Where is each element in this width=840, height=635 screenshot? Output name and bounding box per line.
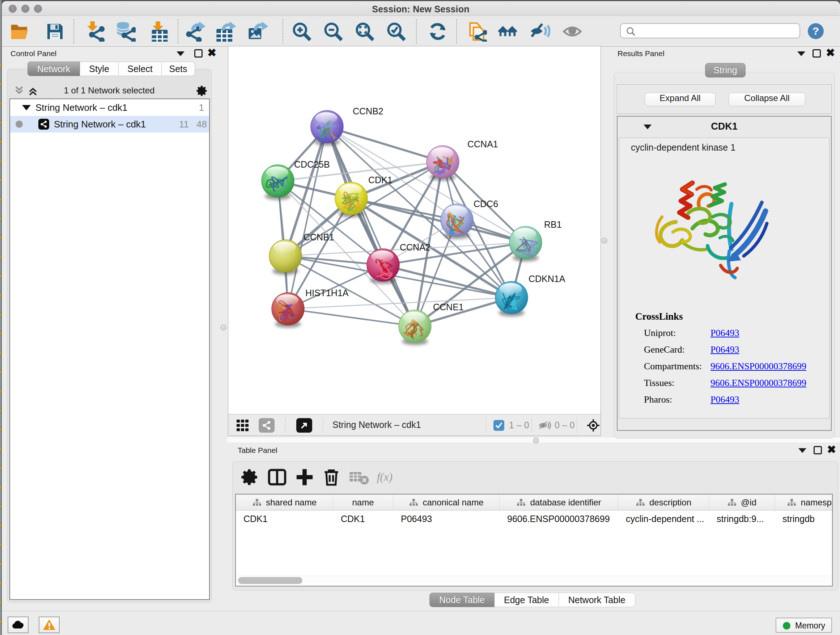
table-cell[interactable]: 9606.ENSP00000378699 <box>507 514 615 524</box>
node-CDK1[interactable] <box>335 182 368 217</box>
network-collection-row[interactable]: String Network – cdk1 1 <box>10 99 209 116</box>
table-horizontal-scrollbar[interactable] <box>237 576 831 585</box>
node-CDKN1A[interactable] <box>495 281 528 317</box>
node-RB1[interactable] <box>509 226 542 261</box>
crosslink-value-link[interactable]: 9606.ENSP00000378699 <box>711 361 806 372</box>
float-panel-icon[interactable] <box>797 51 805 56</box>
expand-all-button[interactable]: Expand All <box>645 93 715 106</box>
edge-CCNB2-CCNA1[interactable] <box>327 127 443 162</box>
help-button[interactable]: ? <box>808 23 824 39</box>
tab-network-table[interactable]: Network Table <box>559 593 635 607</box>
column-header-name[interactable]: name <box>333 494 393 510</box>
warnings-button[interactable] <box>39 616 60 633</box>
import-database-button[interactable] <box>115 21 136 42</box>
table-cell[interactable]: P06493 <box>401 514 496 524</box>
import-table-button[interactable] <box>147 21 169 42</box>
table-cell[interactable]: stringdb:9... <box>717 514 772 524</box>
tab-select[interactable]: Select <box>118 62 162 76</box>
crosslink-value-link[interactable]: 9606.ENSP00000378699 <box>711 378 806 388</box>
table-plus-button[interactable] <box>294 467 315 487</box>
node-CCNB1[interactable] <box>269 240 302 275</box>
open-session-button[interactable] <box>9 21 30 42</box>
crosslink-value-link[interactable]: P06493 <box>711 394 739 405</box>
zoom-out-button[interactable] <box>322 21 344 42</box>
network-options-gear-icon[interactable] <box>195 84 208 97</box>
tab-network[interactable]: Network <box>27 62 80 76</box>
table-cell[interactable]: stringdb <box>783 514 833 524</box>
float-panel-icon[interactable] <box>177 51 185 56</box>
undock-panel-icon[interactable] <box>813 49 821 57</box>
close-panel-icon[interactable]: ✖ <box>827 445 836 454</box>
column-header-shared-name[interactable]: shared name <box>236 494 333 510</box>
right-splitter-handle[interactable] <box>601 238 607 244</box>
node-CCNE1[interactable] <box>399 310 431 345</box>
fit-content-crosshair-icon[interactable] <box>586 418 600 432</box>
close-panel-icon[interactable]: ✖ <box>207 49 216 57</box>
node-CCNB2[interactable] <box>311 111 343 146</box>
show-eye-button[interactable] <box>561 21 583 42</box>
left-splitter-handle[interactable] <box>220 325 226 331</box>
column-header-namespace[interactable]: namespace <box>775 494 833 510</box>
tab-node-table[interactable]: Node Table <box>429 593 494 607</box>
export-network-button[interactable] <box>185 21 207 42</box>
node-CCNA2[interactable] <box>367 249 399 284</box>
crosslink-value-link[interactable]: P06493 <box>711 328 739 339</box>
column-header-description[interactable]: description <box>618 494 709 510</box>
background-dot <box>0 234 2 241</box>
table-columns-button[interactable] <box>267 467 287 487</box>
close-panel-icon[interactable]: ✖ <box>826 49 835 57</box>
zoom-fit-button[interactable] <box>354 21 376 42</box>
home-button[interactable] <box>497 21 518 42</box>
collapse-all-button[interactable]: Collapse All <box>729 93 805 106</box>
column-header-canonical-name[interactable]: canonical name <box>393 494 500 510</box>
table-cell[interactable]: CDK1 <box>341 514 390 524</box>
hide-eye-button[interactable] <box>529 21 551 42</box>
table-cell[interactable]: CDK1 <box>243 514 330 524</box>
import-network-button[interactable] <box>84 21 106 42</box>
network-canvas[interactable]: CCNB2 CCNA1 CDC25B CDK1 CDC6 <box>228 46 600 414</box>
copy-network-button[interactable] <box>466 21 488 42</box>
string-results-tab[interactable]: String <box>705 63 745 78</box>
export-table-button[interactable] <box>215 21 237 42</box>
memory-button[interactable]: Memory <box>775 618 832 633</box>
scrollbar-thumb[interactable] <box>238 577 302 584</box>
column-header-database-identifier[interactable]: database identifier <box>500 494 618 510</box>
network-row-selected[interactable]: String Network – cdk1 11 48 <box>10 116 209 133</box>
selected-nodes-checkbox-icon[interactable] <box>493 420 504 431</box>
protein-header[interactable]: CDK1 <box>617 117 831 138</box>
table-gear-button[interactable] <box>240 467 260 487</box>
edge-CCNB2-HIST1H1A[interactable] <box>288 127 327 309</box>
table-trash-button[interactable] <box>321 467 341 487</box>
background-dot <box>0 272 2 279</box>
background-dot <box>0 253 2 260</box>
export-image-button[interactable] <box>247 21 269 42</box>
edge-CDK1-RB1[interactable] <box>351 198 526 242</box>
collection-expanded-icon[interactable] <box>22 105 31 111</box>
crosslink-value-link[interactable]: P06493 <box>711 344 739 355</box>
tab-edge-table[interactable]: Edge Table <box>494 593 559 607</box>
node-CDC6[interactable] <box>441 204 473 239</box>
zoom-selected-button[interactable] <box>385 21 407 42</box>
column-header--id[interactable]: @id <box>709 494 775 510</box>
table-row[interactable]: CDK1CDK1P064939606.ENSP00000378699cyclin… <box>236 510 832 526</box>
tab-style[interactable]: Style <box>80 62 118 76</box>
float-panel-icon[interactable] <box>798 448 806 453</box>
refresh-button[interactable] <box>427 21 448 42</box>
tab-sets[interactable]: Sets <box>162 62 195 76</box>
node-CDC25B[interactable] <box>262 165 294 200</box>
background-dot <box>0 215 2 222</box>
string-share-button[interactable] <box>259 418 275 432</box>
undock-panel-icon[interactable] <box>813 446 822 454</box>
save-session-button[interactable] <box>44 21 66 42</box>
search-input[interactable] <box>639 25 794 37</box>
undock-panel-icon[interactable] <box>194 49 202 57</box>
node-CCNA1[interactable] <box>426 146 459 181</box>
table-cell[interactable]: cyclin-dependent ... <box>626 514 706 524</box>
zoom-in-button[interactable] <box>291 21 313 42</box>
cytoscape-window: Session: New Session ? Control Panel ✖ 1… <box>0 0 840 635</box>
birdseye-grid-icon[interactable] <box>236 419 249 432</box>
cloud-status-button[interactable] <box>8 616 28 633</box>
node-HIST1H1A[interactable] <box>272 293 304 328</box>
edge-HIST1H1A-CCNE1[interactable] <box>288 309 415 326</box>
open-in-window-button[interactable] <box>296 418 312 432</box>
